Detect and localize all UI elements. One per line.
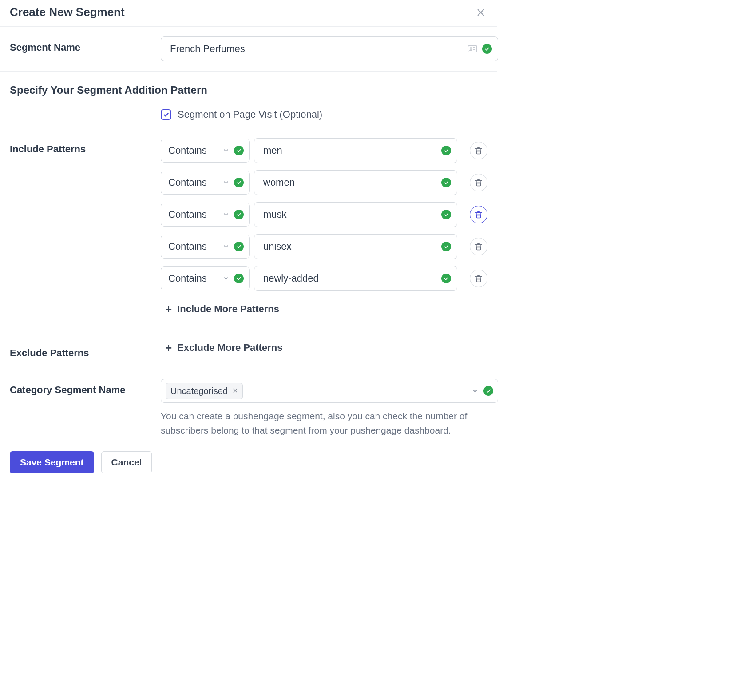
pattern-value-input[interactable]: [254, 170, 457, 195]
page-visit-checkbox-row: Segment on Page Visit (Optional): [161, 109, 487, 120]
chip-remove-icon[interactable]: ✕: [232, 387, 238, 394]
include-pattern-row: Contains: [161, 266, 487, 291]
pattern-operator-value: Contains: [168, 145, 207, 156]
pattern-operator-select[interactable]: Contains: [161, 235, 250, 259]
pattern-operator-select[interactable]: Contains: [161, 171, 250, 195]
id-card-icon: [467, 44, 478, 54]
chevron-down-icon: [222, 179, 230, 186]
check-circle-icon: [482, 44, 492, 54]
check-circle-icon: [441, 178, 451, 187]
segment-name-label: Segment Name: [10, 36, 150, 53]
delete-pattern-button[interactable]: [470, 238, 487, 255]
pattern-operator-select[interactable]: Contains: [161, 139, 250, 163]
modal-title: Create New Segment: [10, 5, 125, 19]
pattern-section: Specify Your Segment Addition Pattern Se…: [0, 72, 497, 369]
close-icon[interactable]: [474, 6, 487, 19]
pattern-operator-select[interactable]: Contains: [161, 266, 250, 290]
svg-point-3: [470, 47, 472, 49]
exclude-more-button[interactable]: + Exclude More Patterns: [165, 342, 282, 354]
pattern-operator-value: Contains: [168, 209, 207, 220]
check-circle-icon: [234, 178, 244, 187]
exclude-more-label: Exclude More Patterns: [177, 342, 282, 354]
exclude-patterns-label: Exclude Patterns: [10, 342, 150, 359]
pattern-value-input[interactable]: [254, 138, 457, 163]
include-pattern-row: Contains: [161, 202, 487, 227]
chevron-down-icon: [222, 275, 230, 282]
category-chip: Uncategorised ✕: [166, 383, 243, 399]
chevron-down-icon: [471, 387, 479, 395]
page-visit-label: Segment on Page Visit (Optional): [178, 109, 322, 120]
create-segment-modal: Create New Segment Segment Name: [0, 0, 497, 483]
include-pattern-list: ContainsContainsContainsContainsContains: [161, 138, 487, 291]
page-visit-checkbox[interactable]: [161, 109, 171, 120]
pattern-section-title: Specify Your Segment Addition Pattern: [10, 84, 487, 96]
include-pattern-row: Contains: [161, 138, 487, 163]
pattern-value-input[interactable]: [254, 234, 457, 259]
plus-icon: +: [165, 342, 172, 354]
check-circle-icon: [234, 242, 244, 251]
pattern-operator-value: Contains: [168, 177, 207, 188]
category-select[interactable]: Uncategorised ✕: [161, 379, 498, 403]
pattern-value-input[interactable]: [254, 266, 457, 291]
check-circle-icon: [441, 146, 451, 155]
chevron-down-icon: [222, 243, 230, 250]
chevron-down-icon: [222, 147, 230, 154]
modal-footer: Save Segment Cancel: [0, 447, 497, 483]
check-circle-icon: [441, 274, 451, 283]
include-patterns-label: Include Patterns: [10, 138, 150, 155]
pattern-value-input[interactable]: [254, 202, 457, 227]
pattern-operator-select[interactable]: Contains: [161, 203, 250, 227]
check-circle-icon: [441, 210, 451, 219]
cancel-button[interactable]: Cancel: [101, 451, 152, 473]
pattern-operator-value: Contains: [168, 241, 207, 252]
segment-name-input[interactable]: [161, 36, 498, 61]
include-more-button[interactable]: + Include More Patterns: [165, 303, 279, 315]
chevron-down-icon: [222, 211, 230, 218]
include-pattern-row: Contains: [161, 170, 487, 195]
modal-header: Create New Segment: [0, 0, 497, 27]
delete-pattern-button[interactable]: [470, 142, 487, 159]
category-help-text: You can create a pushengage segment, als…: [161, 409, 498, 437]
check-circle-icon: [234, 274, 244, 283]
delete-pattern-button[interactable]: [470, 270, 487, 287]
delete-pattern-button[interactable]: [470, 206, 487, 223]
pattern-operator-value: Contains: [168, 273, 207, 284]
check-circle-icon: [234, 146, 244, 155]
check-circle-icon: [234, 210, 244, 219]
plus-icon: +: [165, 303, 172, 315]
delete-pattern-button[interactable]: [470, 174, 487, 191]
category-section: Category Segment Name Uncategorised ✕: [0, 369, 497, 447]
category-label: Category Segment Name: [10, 379, 150, 396]
include-pattern-row: Contains: [161, 234, 487, 259]
save-button[interactable]: Save Segment: [10, 451, 94, 473]
category-chip-label: Uncategorised: [170, 386, 228, 396]
check-circle-icon: [483, 386, 493, 396]
check-circle-icon: [441, 242, 451, 251]
include-more-label: Include More Patterns: [177, 303, 279, 315]
segment-name-section: Segment Name: [0, 27, 497, 72]
